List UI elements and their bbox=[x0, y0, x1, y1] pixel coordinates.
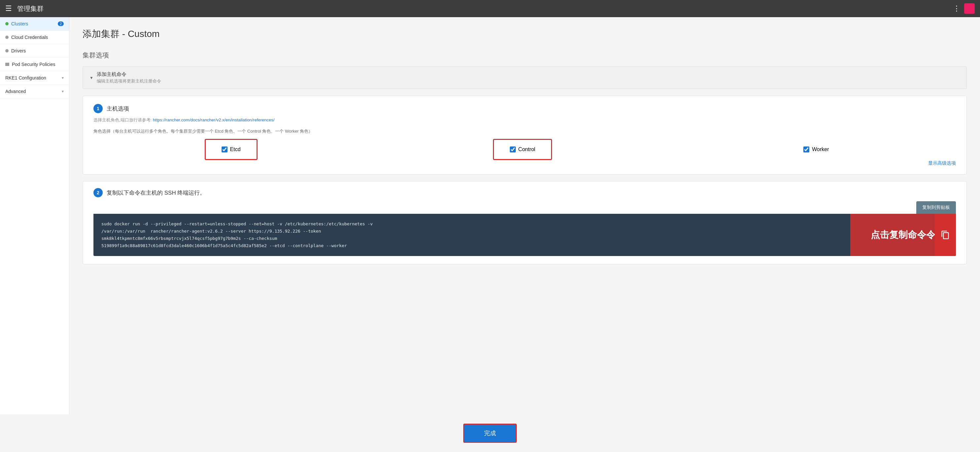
collapse-content: 添加主机命令 编辑主机选项将更新主机注册命令 bbox=[97, 71, 161, 84]
sidebar-item-clusters[interactable]: Clusters 2 bbox=[0, 17, 69, 31]
show-advanced-section: 显示高级选项 bbox=[94, 160, 956, 166]
worker-checkbox-wrapper: Worker bbox=[788, 140, 845, 159]
top-bar: ☰ 管理集群 ⋮ bbox=[0, 0, 980, 17]
sidebar-item-drivers-left: Drivers bbox=[5, 48, 26, 54]
hamburger-icon[interactable]: ☰ bbox=[5, 4, 12, 13]
sidebar-item-cloud-credentials-label: Cloud Credentials bbox=[11, 35, 48, 40]
sidebar-item-advanced-label: Advanced bbox=[5, 89, 26, 94]
role-desc: 角色选择（每台主机可以运行多个角色。每个集群至少需要一个 Etcd 角色、一个 … bbox=[94, 128, 956, 134]
copy-command-overlay: 点击复制命令令 bbox=[850, 214, 956, 256]
worker-label: Worker bbox=[812, 146, 829, 152]
main-content: 添加集群 - Custom 集群选项 ▼ 添加主机命令 编辑主机选项将更新主机注… bbox=[69, 17, 980, 414]
show-advanced-link[interactable]: 显示高级选项 bbox=[928, 160, 956, 166]
page-title: 添加集群 - Custom bbox=[83, 28, 967, 40]
copy-clipboard-button[interactable]: 复制到剪贴板 bbox=[916, 201, 956, 214]
done-button[interactable]: 完成 bbox=[463, 423, 517, 443]
step2-title: 复制以下命令在主机的 SSH 终端运行。 bbox=[107, 189, 205, 197]
step1-desc-prefix: 选择主机角色,端口放行请参考: bbox=[94, 117, 153, 122]
step1-indicator: 1 主机选项 bbox=[94, 104, 956, 113]
avatar bbox=[964, 3, 975, 14]
copy-icon bbox=[941, 230, 950, 239]
etcd-checkbox[interactable] bbox=[221, 146, 228, 152]
clusters-badge: 2 bbox=[58, 21, 64, 26]
step2-circle: 2 bbox=[94, 188, 103, 197]
control-checkbox[interactable] bbox=[510, 146, 516, 152]
step2-card: 2 复制以下命令在主机的 SSH 终端运行。 复制到剪贴板 sudo docke… bbox=[83, 181, 967, 264]
collapse-title: 添加主机命令 bbox=[97, 71, 161, 78]
code-block: sudo docker run -d --privileged --restar… bbox=[94, 214, 956, 256]
control-label: Control bbox=[519, 146, 536, 152]
step1-desc-link[interactable]: https://rancher.com/docs/rancher/v2.x/en… bbox=[153, 117, 275, 122]
footer: 完成 bbox=[0, 414, 980, 452]
top-bar-left: ☰ 管理集群 bbox=[5, 4, 44, 13]
psp-icon bbox=[5, 63, 9, 66]
section-title: 集群选项 bbox=[83, 51, 967, 60]
step2-card-body: 复制到剪贴板 sudo docker run -d --privileged -… bbox=[83, 197, 966, 264]
clusters-dot-icon bbox=[5, 22, 9, 25]
sidebar-item-drivers[interactable]: Drivers bbox=[0, 44, 69, 58]
copy-icon-button[interactable] bbox=[935, 214, 956, 256]
sidebar-item-psp-label: Pod Security Policies bbox=[12, 62, 56, 67]
sidebar-item-cloud-credentials-left: Cloud Credentials bbox=[5, 35, 48, 40]
sidebar-item-advanced[interactable]: Advanced ▾ bbox=[0, 85, 69, 98]
rke1-chevron-icon: ▾ bbox=[62, 76, 64, 80]
step1-title: 主机选项 bbox=[107, 105, 129, 113]
sidebar-item-drivers-label: Drivers bbox=[11, 48, 26, 54]
main-layout: Clusters 2 Cloud Credentials Drivers Pod… bbox=[0, 17, 980, 414]
collapse-chevron-icon: ▼ bbox=[89, 76, 94, 80]
collapse-section: ▼ 添加主机命令 编辑主机选项将更新主机注册命令 bbox=[83, 66, 967, 89]
sidebar-item-rke1-configuration[interactable]: RKE1 Configuration ▾ bbox=[0, 71, 69, 85]
sidebar: Clusters 2 Cloud Credentials Drivers Pod… bbox=[0, 17, 69, 414]
step1-card-inner: 1 主机选项 选择主机角色,端口放行请参考: https://rancher.c… bbox=[83, 96, 966, 174]
role-checkbox-group: Etcd Control Worker bbox=[94, 139, 956, 160]
app-title: 管理集群 bbox=[17, 4, 44, 13]
etcd-label: Etcd bbox=[230, 146, 241, 152]
sidebar-item-clusters-left: Clusters bbox=[5, 21, 28, 26]
cloud-credentials-dot-icon bbox=[5, 36, 9, 39]
control-checkbox-label[interactable]: Control bbox=[510, 146, 536, 152]
advanced-chevron-icon: ▾ bbox=[62, 89, 64, 94]
drivers-dot-icon bbox=[5, 49, 9, 52]
collapse-header[interactable]: ▼ 添加主机命令 编辑主机选项将更新主机注册命令 bbox=[83, 67, 966, 89]
code-content: sudo docker run -d --privileged --restar… bbox=[101, 220, 948, 249]
step1-desc: 选择主机角色,端口放行请参考: https://rancher.com/docs… bbox=[94, 117, 956, 123]
sidebar-item-rke1-left: RKE1 Configuration bbox=[5, 75, 46, 81]
sidebar-item-pod-security-policies[interactable]: Pod Security Policies bbox=[0, 58, 69, 71]
copy-bar: 复制到剪贴板 bbox=[94, 201, 956, 214]
control-highlight-box: Control bbox=[493, 139, 552, 160]
more-options-icon[interactable]: ⋮ bbox=[953, 4, 960, 13]
sidebar-item-cloud-credentials[interactable]: Cloud Credentials bbox=[0, 31, 69, 44]
etcd-checkbox-label[interactable]: Etcd bbox=[221, 146, 241, 152]
sidebar-item-psp-left: Pod Security Policies bbox=[5, 62, 56, 67]
step1-card: 1 主机选项 选择主机角色,端口放行请参考: https://rancher.c… bbox=[83, 96, 967, 174]
overlay-text: 点击复制命令令 bbox=[871, 227, 935, 243]
step2-card-header: 2 复制以下命令在主机的 SSH 终端运行。 bbox=[83, 181, 966, 197]
sidebar-item-rke1-label: RKE1 Configuration bbox=[5, 75, 46, 81]
sidebar-item-advanced-left: Advanced bbox=[5, 89, 26, 94]
step1-circle: 1 bbox=[94, 104, 103, 113]
collapse-subtitle: 编辑主机选项将更新主机注册命令 bbox=[97, 78, 161, 84]
worker-checkbox[interactable] bbox=[803, 146, 809, 152]
etcd-highlight-box: Etcd bbox=[205, 139, 258, 160]
sidebar-item-clusters-label: Clusters bbox=[11, 21, 28, 26]
top-bar-right: ⋮ bbox=[953, 3, 975, 14]
worker-checkbox-label[interactable]: Worker bbox=[803, 146, 829, 152]
